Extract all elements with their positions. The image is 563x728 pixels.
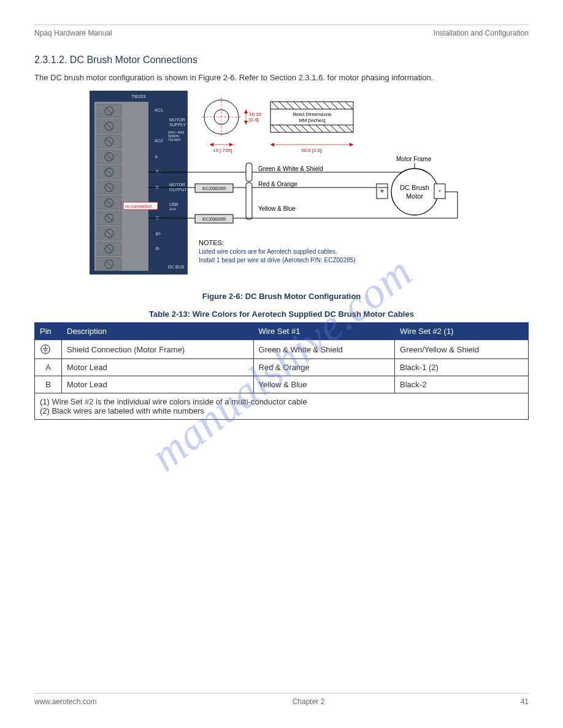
svg-text:AC2: AC2	[155, 138, 163, 143]
header-right: Installation and Configuration	[434, 29, 529, 37]
svg-line-81	[345, 102, 353, 109]
svg-text:AC1: AC1	[155, 108, 163, 112]
svg-line-76	[308, 102, 316, 109]
footnote-2: (2) Black wires are labeled with white n…	[40, 406, 523, 415]
svg-text:Bead Dimensions: Bead Dimensions	[293, 112, 332, 117]
svg-text:-: -	[439, 186, 442, 195]
table-caption: Table 2-13: Wire Colors for Aerotech Sup…	[34, 309, 529, 319]
cell-set1: Yellow & Blue	[253, 376, 395, 393]
terminal-title: TB203	[131, 94, 146, 99]
svg-line-92	[345, 125, 353, 132]
svg-text:Listed wire colors are for Aer: Listed wire colors are for Aerotech supp…	[199, 248, 337, 255]
svg-text:MM [Inches]: MM [Inches]	[299, 118, 326, 123]
svg-text:Yellow & Blue: Yellow & Blue	[258, 205, 296, 212]
svg-line-74	[294, 102, 301, 109]
svg-rect-109	[246, 183, 252, 219]
svg-text:ECZ00285: ECZ00285	[202, 186, 226, 191]
svg-text:USB: USB	[169, 202, 178, 207]
svg-line-80	[338, 102, 345, 109]
pin-table: Pin Description Wire Set #1 Wire Set #2 …	[34, 322, 529, 420]
svg-point-117	[391, 169, 438, 215]
svg-text:75A MAX: 75A MAX	[168, 138, 182, 142]
svg-line-86	[301, 125, 308, 132]
svg-marker-61	[244, 121, 248, 124]
terminal-screws	[97, 104, 121, 271]
svg-text:10.15: 10.15	[249, 112, 262, 117]
wiring: Motor Frame Green & White & Shield ECZ00…	[148, 156, 458, 223]
cell-pin: A	[35, 359, 62, 376]
svg-marker-66	[229, 143, 233, 146]
svg-text:2xxA: 2xxA	[169, 207, 177, 211]
cell-desc: Motor Lead	[62, 376, 254, 393]
cell-set2: Black-1 (2)	[395, 359, 529, 376]
svg-line-85	[294, 125, 301, 132]
figure-diagram: TB203 AC1 MOTOR SUPPLY	[90, 91, 482, 287]
svg-text:A: A	[156, 169, 159, 173]
svg-text:+: +	[380, 187, 384, 195]
svg-text:ECZ00285: ECZ00285	[202, 216, 226, 222]
svg-line-79	[331, 102, 338, 109]
svg-line-71	[272, 102, 279, 109]
table-row: B Motor Lead Yellow & Blue Black-2	[35, 376, 529, 393]
svg-line-82	[272, 125, 279, 132]
svg-line-77	[316, 102, 323, 109]
svg-line-91	[338, 125, 345, 132]
svg-text:no connection: no connection	[125, 204, 152, 208]
page-header: Npaq Hardware Manual Installation and Co…	[34, 29, 529, 37]
svg-text:Green & White & Shield: Green & White & Shield	[258, 165, 323, 172]
svg-line-89	[323, 125, 331, 132]
svg-text:DC BUS: DC BUS	[168, 265, 185, 269]
table-row: A Motor Lead Red & Orange Black-1 (2)	[35, 359, 529, 376]
svg-marker-96	[270, 143, 274, 146]
bead-drawing: 10.15 [0.4] 19 [.735] Bead Dimensions MM…	[202, 97, 353, 153]
cell-set1: Red & Orange	[253, 359, 395, 376]
table-footnote: (1) Wire Set #2 is the individual wire c…	[35, 393, 529, 420]
table-row: Shield Connection (Motor Frame) Green & …	[35, 340, 529, 359]
svg-text:[0.4]: [0.4]	[249, 117, 259, 123]
footer-center: Chapter 2	[293, 697, 325, 706]
svg-line-75	[301, 102, 308, 109]
svg-line-87	[308, 125, 316, 132]
svg-text:SUPPLY: SUPPLY	[169, 123, 186, 127]
body-text: The DC brush motor configuration is show…	[34, 73, 529, 82]
svg-text:B+: B+	[156, 232, 161, 236]
svg-text:Install 1 bead per wire at dri: Install 1 bead per wire at drive (Aerote…	[199, 257, 356, 264]
cell-pin	[35, 340, 62, 359]
ground-icon	[40, 344, 51, 355]
svg-text:19 [.735]: 19 [.735]	[213, 148, 232, 153]
svg-text:MOTOR: MOTOR	[169, 183, 185, 187]
cell-set2: Green/Yellow & Shield	[395, 340, 529, 359]
cell-set2: Black-2	[395, 376, 529, 393]
notes-title: NOTES:	[199, 239, 224, 246]
th-pin: Pin	[35, 323, 62, 340]
svg-line-90	[331, 125, 338, 132]
footer-left: www.aerotech.com	[34, 697, 96, 706]
cell-set1: Green & White & Shield	[253, 340, 395, 359]
svg-line-73	[286, 102, 294, 109]
svg-line-72	[279, 102, 286, 109]
svg-line-78	[323, 102, 331, 109]
header-left: Npaq Hardware Manual	[34, 29, 112, 37]
svg-text:DC Brush: DC Brush	[400, 184, 429, 191]
svg-marker-97	[350, 143, 353, 146]
cell-pin: B	[35, 376, 62, 393]
th-desc: Description	[62, 323, 254, 340]
footer-right: 41	[521, 697, 529, 706]
th-set2: Wire Set #2 (1)	[395, 323, 529, 340]
svg-rect-104	[246, 163, 252, 181]
svg-text:50.8 [2.0]: 50.8 [2.0]	[301, 148, 321, 153]
th-set1: Wire Set #1	[253, 323, 395, 340]
svg-text:Motor Frame: Motor Frame	[396, 156, 432, 162]
svg-text:MOTOR: MOTOR	[169, 118, 185, 122]
svg-text:Motor: Motor	[406, 192, 423, 200]
header-divider	[34, 25, 529, 25]
svg-text:OUTPUT: OUTPUT	[169, 188, 188, 192]
section-title: 2.3.1.2. DC Brush Motor Connections	[34, 55, 529, 66]
figure-caption: Figure 2-6: DC Brush Motor Configuration	[34, 292, 529, 301]
svg-text:B-: B-	[156, 246, 161, 251]
svg-marker-60	[244, 110, 248, 113]
cell-desc: Motor Lead	[62, 359, 254, 376]
page-footer: www.aerotech.com Chapter 2 41	[34, 693, 529, 706]
svg-text:Red & Orange: Red & Orange	[258, 181, 297, 188]
footnote-1: (1) Wire Set #2 is the individual wire c…	[40, 397, 523, 406]
